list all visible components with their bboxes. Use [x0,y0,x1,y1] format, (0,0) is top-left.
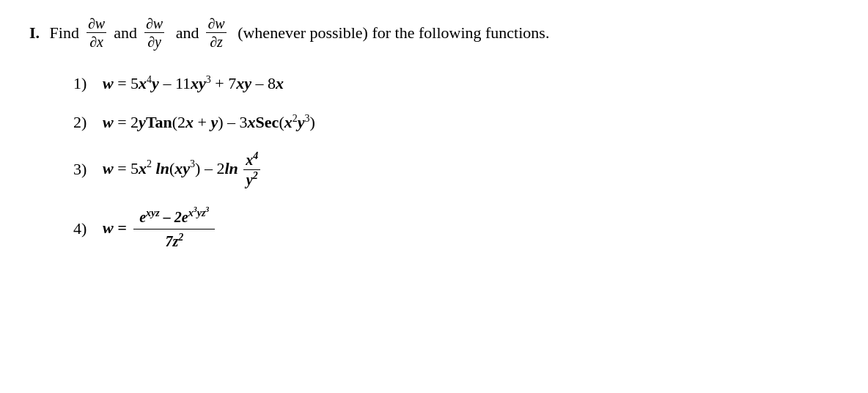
problem-3-expression: w = 5x2 ln(xy3) – 2ln x4 y2 [103,150,262,189]
frac3-numerator: ∂w [206,15,226,33]
problem-2-number: 2) [73,111,103,134]
page-content: I. Find ∂w ∂x and ∂w ∂y and ∂w ∂z (whene… [29,15,839,253]
problem-2: 2) w = 2yTan(2x + y) – 3xSec(x2y3) [73,111,839,134]
frac3-denominator: ∂z [208,33,224,51]
problem-1-expression: w = 5x4y – 11xy3 + 7xy – 8x [103,73,284,95]
problem-2-expression: w = 2yTan(2x + y) – 3xSec(x2y3) [103,111,315,134]
frac2-numerator: ∂w [144,15,164,33]
problem-4-expression: w = exyz – 2ex3yz3 7z2 [103,205,218,253]
problem-4-number: 4) [73,218,103,240]
problem-3: 3) w = 5x2 ln(xy3) – 2ln x4 y2 [73,150,839,189]
fraction-dw-dy: ∂w ∂y [144,15,164,51]
problems-list: 1) w = 5x4y – 11xy3 + 7xy – 8x 2) w = 2y… [29,73,839,253]
find-label: Find [45,23,79,43]
header-suffix: (whenever possible) for the following fu… [234,23,550,43]
prob3-frac-den: y2 [244,170,260,189]
fraction-dw-dz: ∂w ∂z [206,15,226,51]
problem-4: 4) w = exyz – 2ex3yz3 7z2 [73,205,839,253]
problem-1-number: 1) [73,73,103,95]
prob4-frac-num: exyz – 2ex3yz3 [133,205,215,229]
fraction-dw-dx: ∂w ∂x [87,15,106,51]
frac1-denominator: ∂x [88,33,105,51]
prob3-frac-num: x4 [243,150,260,170]
frac2-denominator: ∂y [146,33,163,51]
frac1-numerator: ∂w [87,15,106,33]
problem-3-number: 3) [73,158,103,181]
problem-4-fraction: exyz – 2ex3yz3 7z2 [133,205,215,253]
header-line: I. Find ∂w ∂x and ∂w ∂y and ∂w ∂z (whene… [29,15,839,51]
and-label-2: and [172,23,199,43]
roman-numeral: I. [29,23,40,43]
problem-1: 1) w = 5x4y – 11xy3 + 7xy – 8x [73,73,839,95]
and-label-1: and [114,23,137,43]
prob4-frac-den: 7z2 [159,229,189,253]
problem-3-fraction: x4 y2 [243,150,260,189]
